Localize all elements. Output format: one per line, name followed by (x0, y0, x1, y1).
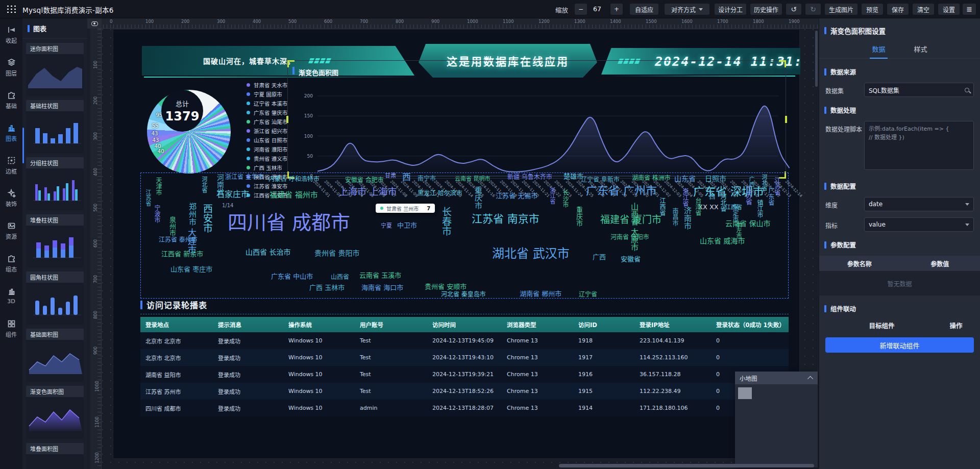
word-cloud-word: 甘肃 (385, 173, 396, 179)
legend-item[interactable]: 广东省 肇庆市 (247, 108, 287, 117)
table-component[interactable]: 访问记录轮播表 登录地点提示消息操作系统用户账号访问时间浏览器类型访问ID登录I… (140, 299, 789, 452)
word-cloud-word: 广东省 深圳市 (693, 186, 764, 198)
word-cloud-word: 广西 (593, 254, 606, 260)
zoom-in-button[interactable]: + (610, 4, 623, 15)
sidebar-item-label: 收起 (6, 36, 17, 44)
preview-button[interactable]: 预览 (862, 4, 883, 15)
word-cloud-word: 广西 (708, 187, 715, 200)
accent-bar (292, 67, 295, 75)
word-cloud-word: 南昌市 (672, 208, 678, 226)
dimension-select[interactable]: date (864, 197, 974, 211)
sidebar-item-边框[interactable]: 边框 (0, 149, 22, 182)
align-button[interactable]: 对齐方式 (665, 4, 709, 15)
word-cloud-word: 石家庄市 (216, 190, 249, 199)
donut-slice-label: 55 (152, 123, 159, 129)
horizontal-scrollbar[interactable] (559, 464, 814, 467)
save-button[interactable]: 保存 (887, 4, 909, 15)
sidebar-item-图表[interactable]: 图表 (0, 116, 22, 149)
sidebar-item-3D[interactable]: 3D (0, 280, 22, 312)
ruler-label: 1900 (789, 19, 800, 24)
word-cloud-word: 郑州市 (188, 203, 195, 226)
ruler-label: 900 (93, 347, 98, 355)
metric-select[interactable]: value (864, 217, 974, 232)
ruler-corner[interactable] (87, 18, 102, 29)
collapse-panel-icon[interactable]: ≣ (963, 4, 976, 15)
chart-card-基础面积图[interactable]: 基础面积图 (26, 329, 84, 382)
legend-item[interactable]: 山东省 日照市 (247, 135, 287, 144)
left-icon-rail: 收起 图层 基础 图表 边框 装饰 资源 组态 3D 组件 (0, 18, 22, 469)
section-data-source: 数据来源 (824, 67, 980, 77)
vertical-scrollbar[interactable] (815, 31, 818, 87)
dimension-value: date (869, 201, 965, 208)
sidebar-item-组态[interactable]: 组态 (0, 247, 22, 280)
legend-item[interactable]: 甘肃省 天水市 (247, 80, 287, 89)
minimap-viewport[interactable] (738, 387, 752, 399)
chart-card-渐变色面积图[interactable]: 渐变色面积图 (26, 386, 84, 439)
selection-corner-handle[interactable] (779, 60, 786, 67)
chart-card-堆叠柱状图[interactable]: 堆叠柱状图 (26, 214, 84, 267)
legend-dot (247, 92, 250, 96)
legend-item[interactable]: 辽宁省 本溪市 (247, 98, 287, 108)
legend-item[interactable]: 浙江省 绍兴市 (247, 126, 287, 135)
sidebar-item-基础[interactable]: 基础 (0, 84, 22, 116)
chart-card-圆角柱状图[interactable]: 圆角柱状图 (26, 271, 84, 325)
history-button[interactable]: 历史操作 (750, 4, 782, 15)
legend-item[interactable]: 宁夏 固原市 (247, 89, 287, 98)
word-cloud-word: 天津市 (155, 177, 161, 195)
clear-button[interactable]: 清空 (913, 4, 934, 15)
sidebar-item-图层[interactable]: 图层 (0, 51, 22, 84)
legend-label: 河南省 濮阳市 (254, 145, 287, 153)
ruler-label: 600 (93, 239, 98, 248)
tab-style[interactable]: 样式 (914, 44, 927, 54)
chart-card-label: 渐变色面积图 (26, 386, 84, 397)
word-cloud-word: 镇江市 (756, 200, 763, 218)
fit-button[interactable]: 自适应 (630, 4, 658, 15)
dataset-select[interactable]: SQL数据集 (864, 83, 974, 97)
legend-item[interactable]: 广东省 汕尾市 (247, 117, 287, 126)
sidebar-item-label: 边框 (6, 167, 17, 175)
table-cell: 0 (711, 332, 789, 349)
tab-data[interactable]: 数据 (872, 44, 885, 54)
link-target-header: 目标组件 (825, 320, 938, 330)
add-link-button[interactable]: 新增联动组件 (825, 337, 974, 353)
accent-bar (28, 25, 30, 32)
table-header-row: 登录地点提示消息操作系统用户账号访问时间浏览器类型访问ID登录IP地址登录状态（… (140, 317, 789, 332)
sidebar-item-装饰[interactable]: 装饰 (0, 182, 22, 214)
redo-icon[interactable]: ↻ (805, 4, 821, 15)
app-grid-icon[interactable] (6, 5, 16, 14)
generate-image-button[interactable]: 生成图片 (825, 4, 857, 15)
table-cell: Windows 10 (283, 400, 355, 416)
selection-mid-handle[interactable] (785, 116, 787, 123)
chart-card-堆叠面积图[interactable]: 堆叠面积图 (26, 443, 84, 469)
sidebar-item-收起[interactable]: 收起 (0, 18, 22, 51)
table-cell: 湖南省 益阳市 (140, 366, 213, 383)
legend-item[interactable]: 河南省 濮阳市 (247, 144, 287, 154)
selection-corner-handle[interactable] (287, 60, 295, 67)
chart-card-基础柱状图[interactable]: 基础柱状图 (26, 100, 84, 153)
script-textarea[interactable]: 示例:data.forEach(item => { // 数据处理 }) (864, 121, 974, 170)
word-cloud-word: 广东省 广州市 (586, 185, 657, 196)
chart-card-thumbnail (26, 168, 84, 210)
legend-item[interactable]: 广西 玉林市 (247, 163, 287, 172)
word-cloud-component[interactable]: 甘肃省 兰州市 7 浙江省 金华市内蒙古 呼和浩特市安徽省 合肥市甘肃西南宁市云… (140, 172, 789, 299)
ruler-label: 500 (288, 19, 297, 24)
dashboard-screen[interactable]: 国破山河在，城春草木深。 这是用数据库在线应用 2024-12-14 11:31… (113, 30, 799, 458)
word-cloud-word: 长沙市 (562, 189, 568, 208)
table-cell: 171.218.180.106 (634, 400, 711, 416)
word-cloud-word: 安徽省 (621, 256, 641, 262)
word-cloud-word: 江苏省 (745, 185, 752, 205)
sidebar-item-组件[interactable]: 组件 (0, 312, 22, 345)
legend-item[interactable]: 贵州省 遵义市 (247, 154, 287, 163)
chart-card-迷你面积图[interactable]: 迷你面积图 (26, 43, 84, 96)
accent-bar (824, 27, 826, 34)
undo-icon[interactable]: ↺ (786, 4, 801, 15)
project-title: Mysql数据库消费演示-副本6 (22, 5, 114, 15)
chart-card-分组柱状图[interactable]: 分组柱状图 (26, 157, 84, 210)
sidebar-item-资源[interactable]: 资源 (0, 214, 22, 247)
settings-button[interactable]: 设置 (938, 4, 960, 15)
zoom-out-button[interactable]: − (575, 4, 587, 15)
design-split-button[interactable]: 设计分工 (715, 4, 746, 15)
minimap-header[interactable]: 小地图 (735, 372, 818, 384)
selection-mid-handle[interactable] (286, 116, 288, 123)
zoom-value[interactable]: 67 (593, 5, 601, 13)
